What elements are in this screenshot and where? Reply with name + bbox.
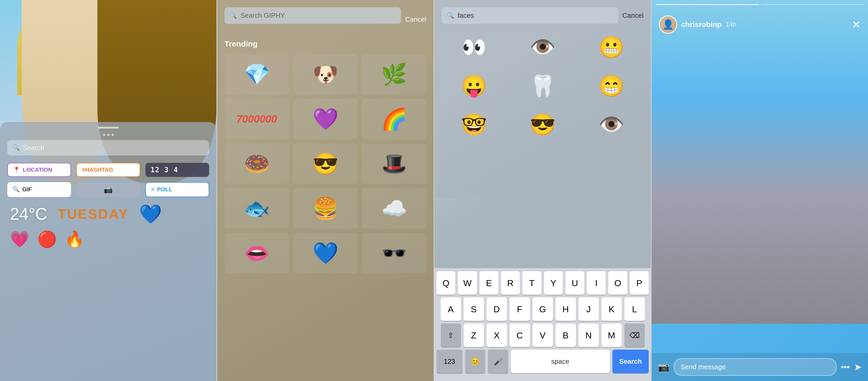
location-label: LOCATION <box>23 167 52 173</box>
story-camera-button[interactable]: 📷 <box>658 362 670 373</box>
key-K[interactable]: K <box>601 297 622 321</box>
face-item-7[interactable]: 🤓 <box>441 106 507 143</box>
faces-search-bar[interactable]: 🔍 faces <box>442 7 618 24</box>
key-A[interactable]: A <box>441 297 461 321</box>
key-E[interactable]: E <box>479 271 498 295</box>
key-mic[interactable]: 🎤 <box>488 350 508 373</box>
sticker-fire: 🔥 <box>65 230 84 248</box>
sticker-red: 🔴 <box>37 230 57 248</box>
key-space[interactable]: space <box>511 350 610 373</box>
giphy-item-burger[interactable]: 🍔 <box>293 188 358 229</box>
face-item-9[interactable]: 👁️ <box>578 106 645 143</box>
key-B[interactable]: B <box>556 323 576 347</box>
lips-sticker: 👄 <box>244 241 270 265</box>
story-progress-bars <box>652 4 868 5</box>
send-message-input[interactable]: Send message <box>674 358 837 376</box>
key-Y[interactable]: Y <box>544 271 563 295</box>
giphy-item-cloud[interactable]: ☁️ <box>362 188 426 229</box>
gif-label: GIF <box>22 186 32 193</box>
giphy-item-blue-heart[interactable]: 💙 <box>293 233 358 273</box>
key-R[interactable]: R <box>501 271 520 295</box>
face-item-8[interactable]: 😎 <box>509 106 576 143</box>
heart-sticker: 💙 <box>139 203 162 225</box>
crystal-sticker: 💎 <box>244 62 270 87</box>
faces-grid: 👀 👁️ 😬 😛 🦷 😁 🤓 😎 <box>434 29 651 143</box>
faces-cancel-button[interactable]: Cancel <box>622 11 644 20</box>
face-item-5[interactable]: 🦷 <box>509 68 576 104</box>
key-shift[interactable]: ⇧ <box>441 323 461 347</box>
face-sticker-5: 🦷 <box>530 74 556 98</box>
key-G[interactable]: G <box>532 297 553 321</box>
sunglasses-sticker: 🕶️ <box>381 241 407 265</box>
key-I[interactable]: I <box>587 271 606 295</box>
key-T[interactable]: T <box>522 271 541 295</box>
story-footer: 📷 Send message ••• ➤ <box>652 353 868 381</box>
key-backspace[interactable]: ⌫ <box>624 323 645 347</box>
key-numbers[interactable]: 123 <box>436 350 463 373</box>
hashtag-label: #HASHTAG <box>82 167 113 173</box>
poll-pill[interactable]: ≡ POLL <box>146 182 209 197</box>
giphy-search-icon: 🔍 <box>230 12 237 19</box>
gif-pill[interactable]: 🔍 GIF <box>7 182 71 197</box>
fish-sticker: 🐟 <box>244 196 270 221</box>
panel-giphy-search: 🔍 Search GIPHY Cancel Trending 💎 🐶 🌿 700… <box>217 0 434 381</box>
giphy-item-crystal[interactable]: 💎 <box>224 54 289 95</box>
giphy-item-7m[interactable]: 7000000 <box>224 99 289 139</box>
key-L[interactable]: L <box>624 297 645 321</box>
key-P[interactable]: P <box>630 271 649 295</box>
giphy-item-sunglasses[interactable]: 🕶️ <box>362 233 426 273</box>
location-pill[interactable]: 📍 LOCATION <box>7 163 71 177</box>
face-item-1[interactable]: 👀 <box>441 29 507 66</box>
temperature: 24°C <box>10 204 47 224</box>
key-F[interactable]: F <box>509 297 530 321</box>
camera-icon: 📷 <box>104 185 113 194</box>
time-pill[interactable]: 12 3 4 <box>146 163 209 177</box>
face-item-6[interactable]: 😁 <box>578 68 645 104</box>
key-emoji[interactable]: 😊 <box>465 350 486 373</box>
giphy-item-donut[interactable]: 🍩 <box>224 143 289 184</box>
story-more-button[interactable]: ••• <box>841 362 850 372</box>
key-J[interactable]: J <box>579 297 599 321</box>
faces-search-query: faces <box>458 11 613 20</box>
hashtag-pill[interactable]: #HASHTAG <box>76 163 140 177</box>
key-Z[interactable]: Z <box>464 323 484 347</box>
temp-row: 24°C TUESDAY 💙 <box>7 203 209 225</box>
giphy-item-rainbow[interactable]: 🌈 <box>362 99 426 139</box>
story-close-button[interactable]: ✕ <box>852 19 861 31</box>
key-Q[interactable]: Q <box>436 271 455 295</box>
key-O[interactable]: O <box>608 271 627 295</box>
key-X[interactable]: X <box>487 323 507 347</box>
key-W[interactable]: W <box>458 271 477 295</box>
giphy-item-lips[interactable]: 👄 <box>224 233 289 273</box>
key-V[interactable]: V <box>532 323 553 347</box>
progress-bar-2 <box>761 4 864 5</box>
key-search[interactable]: Search <box>613 350 649 373</box>
story-username: chrisrobinp <box>681 20 721 29</box>
giphy-cancel-button[interactable]: Cancel <box>405 16 426 24</box>
sticker-search-bar[interactable]: 🔍 Search <box>7 140 209 155</box>
face-item-2[interactable]: 👁️ <box>509 29 576 66</box>
key-M[interactable]: M <box>601 323 622 347</box>
faces-search-row: 🔍 faces Cancel <box>442 7 644 24</box>
giphy-search-bar[interactable]: 🔍 Search GIPHY <box>224 7 401 24</box>
story-send-button[interactable]: ➤ <box>854 362 862 373</box>
key-C[interactable]: C <box>509 323 530 347</box>
camera-pill[interactable]: 📷 <box>76 182 140 197</box>
giphy-item-glasses[interactable]: 😎 <box>293 143 358 184</box>
key-D[interactable]: D <box>487 297 507 321</box>
day-label: TUESDAY <box>58 206 129 222</box>
giphy-item-plant[interactable]: 🌿 <box>362 54 426 95</box>
giphy-item-dog[interactable]: 🐶 <box>293 54 358 95</box>
donut-sticker: 🍩 <box>244 152 270 176</box>
key-H[interactable]: H <box>556 297 576 321</box>
face-item-3[interactable]: 😬 <box>578 29 645 66</box>
giphy-item-hat[interactable]: 🎩 <box>362 143 426 184</box>
sticker-tray-container: 🔍 Search 📍 LOCATION #HASHTAG 12 3 4 🔍 GI… <box>0 122 216 381</box>
giphy-item-fish[interactable]: 🐟 <box>224 188 289 229</box>
face-sticker-9: 👁️ <box>598 112 624 137</box>
key-S[interactable]: S <box>464 297 484 321</box>
giphy-item-heart[interactable]: 💜 <box>293 99 358 139</box>
face-item-4[interactable]: 😛 <box>441 68 507 104</box>
key-N[interactable]: N <box>579 323 599 347</box>
key-U[interactable]: U <box>565 271 584 295</box>
